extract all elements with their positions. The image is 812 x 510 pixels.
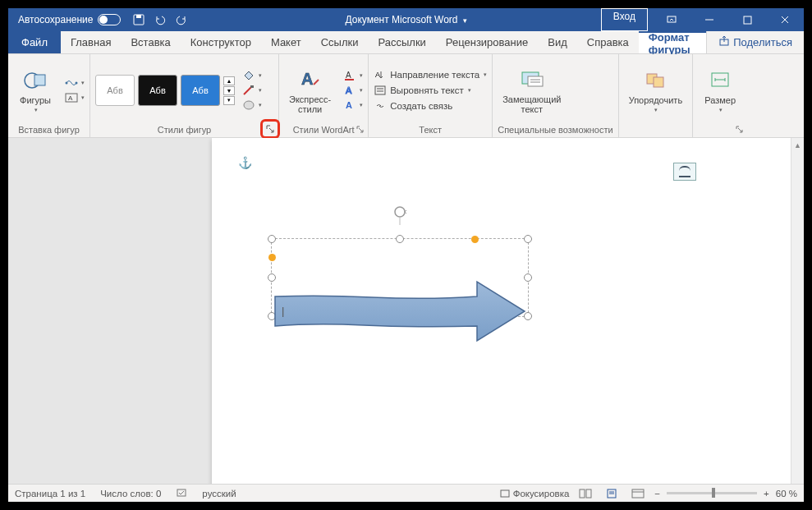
- minimize-icon[interactable]: [690, 8, 728, 31]
- text-fill-icon: A: [342, 69, 357, 82]
- tab-layout[interactable]: Макет: [261, 31, 311, 53]
- web-layout-icon[interactable]: [628, 487, 648, 500]
- autosave-toggle[interactable]: Автосохранение: [18, 14, 121, 25]
- rotate-handle-icon[interactable]: [392, 205, 407, 228]
- gallery-more-icon[interactable]: ▾: [223, 96, 235, 105]
- svg-rect-40: [632, 489, 644, 498]
- svg-point-9: [76, 82, 78, 85]
- layout-options-button[interactable]: [673, 163, 696, 181]
- ribbon-options-icon[interactable]: [653, 8, 690, 31]
- wordart-launcher[interactable]: [354, 123, 365, 135]
- resize-handle[interactable]: [524, 235, 532, 243]
- redo-icon[interactable]: [175, 13, 188, 26]
- page[interactable]: ⚓: [212, 138, 795, 484]
- focus-mode[interactable]: Фокусировка: [500, 489, 569, 499]
- wordart-icon: A: [297, 67, 323, 93]
- zoom-in-icon[interactable]: +: [764, 489, 769, 499]
- edit-shape-button[interactable]: ▾: [64, 76, 85, 90]
- svg-point-13: [244, 101, 254, 109]
- svg-rect-20: [375, 86, 385, 94]
- svg-rect-34: [501, 490, 509, 497]
- text-fill-button[interactable]: A▾: [342, 69, 363, 82]
- tab-insert[interactable]: Вставка: [121, 31, 180, 53]
- spellcheck-icon[interactable]: [176, 487, 187, 500]
- group-insert-shapes: Фигуры ▾ ▾ A▾ Вставка фигур: [8, 54, 90, 137]
- zoom-slider[interactable]: [667, 492, 757, 494]
- tab-home[interactable]: Главная: [61, 31, 121, 53]
- shape-style-gallery[interactable]: Абв Абв Абв ▲ ▼ ▾: [95, 75, 235, 106]
- style-preset-1[interactable]: Абв: [95, 75, 135, 106]
- page-indicator[interactable]: Страница 1 из 1: [15, 489, 85, 499]
- svg-rect-28: [654, 77, 663, 87]
- language-indicator[interactable]: русский: [202, 489, 236, 499]
- title-bar: Автосохранение Документ Microsoft Word▾ …: [8, 8, 804, 31]
- svg-point-30: [395, 207, 405, 217]
- tab-design[interactable]: Конструктор: [181, 31, 261, 53]
- gallery-up-icon[interactable]: ▲: [223, 76, 235, 85]
- read-mode-icon[interactable]: [576, 487, 595, 500]
- text-effects-button[interactable]: A▾: [342, 99, 363, 112]
- align-text-button[interactable]: Выровнять текст▾: [374, 84, 487, 97]
- svg-point-8: [66, 82, 68, 85]
- style-preset-2[interactable]: Абв: [138, 75, 177, 106]
- text-outline-button[interactable]: A▾: [342, 84, 363, 97]
- resize-handle[interactable]: [396, 235, 404, 243]
- shape-fill-button[interactable]: ▾: [241, 69, 262, 82]
- text-box-button[interactable]: A▾: [64, 91, 85, 104]
- wordart-quick-styles[interactable]: A Экспресс- стили: [284, 65, 336, 116]
- style-preset-3[interactable]: Абв: [181, 75, 220, 106]
- size-button[interactable]: Размер ▾: [698, 66, 742, 115]
- arrow-shape[interactable]: |: [273, 280, 528, 342]
- shape-effects-button[interactable]: ▾: [241, 99, 262, 112]
- login-button[interactable]: Вход: [601, 8, 648, 31]
- tab-review[interactable]: Рецензирование: [436, 31, 538, 53]
- shapes-button[interactable]: Фигуры ▾: [13, 66, 57, 115]
- document-area[interactable]: ⚓: [8, 138, 804, 484]
- share-icon: [718, 35, 730, 49]
- resize-handle[interactable]: [268, 235, 276, 243]
- text-direction-button[interactable]: AНаправление текста▾: [374, 68, 487, 81]
- shape-styles-launcher[interactable]: [260, 119, 280, 139]
- zoom-out-icon[interactable]: −: [654, 489, 660, 499]
- svg-rect-4: [744, 16, 751, 24]
- print-layout-icon[interactable]: [602, 487, 622, 500]
- undo-icon[interactable]: [154, 13, 167, 26]
- selected-shape[interactable]: |: [271, 212, 529, 319]
- adjust-handle[interactable]: [471, 236, 479, 243]
- save-icon[interactable]: [132, 13, 145, 26]
- group-label: Стили WordArt: [284, 123, 363, 137]
- tab-help[interactable]: Справка: [577, 31, 639, 53]
- create-link-button[interactable]: Создать связь: [374, 99, 487, 113]
- group-text: AНаправление текста▾ Выровнять текст▾ Со…: [369, 54, 493, 137]
- gallery-down-icon[interactable]: ▼: [223, 86, 235, 95]
- shape-outline-button[interactable]: ▾: [241, 84, 262, 97]
- adjust-handle[interactable]: [268, 254, 276, 261]
- close-icon[interactable]: [766, 8, 804, 31]
- toggle-switch[interactable]: [98, 14, 121, 25]
- word-count[interactable]: Число слов: 0: [100, 489, 161, 499]
- tab-view[interactable]: Вид: [538, 31, 577, 53]
- tab-file[interactable]: Файл: [8, 31, 61, 53]
- zoom-level[interactable]: 60 %: [776, 489, 797, 499]
- tab-references[interactable]: Ссылки: [311, 31, 369, 53]
- edit-shape-icon: [64, 76, 79, 90]
- svg-text:A: A: [346, 100, 352, 110]
- document-title[interactable]: Документ Microsoft Word▾: [345, 14, 466, 25]
- group-accessibility: Замещающий текст Специальные возможности: [493, 54, 618, 137]
- vertical-scrollbar[interactable]: ▲: [791, 138, 804, 484]
- anchor-icon[interactable]: ⚓: [238, 156, 252, 169]
- svg-text:A: A: [375, 71, 380, 79]
- group-wordart-styles: A Экспресс- стили A▾ A▾ A▾ Стили WordArt: [279, 54, 369, 137]
- group-label: Вставка фигур: [13, 123, 85, 137]
- text-outline-icon: A: [342, 84, 357, 97]
- maximize-icon[interactable]: [728, 8, 766, 31]
- ribbon: Фигуры ▾ ▾ A▾ Вставка фигур Абв Абв Абв …: [8, 54, 804, 138]
- autosave-label: Автосохранение: [18, 14, 93, 25]
- tab-shape-format[interactable]: Формат фигуры: [639, 31, 706, 53]
- share-button[interactable]: Поделиться: [706, 31, 804, 53]
- scroll-up-icon[interactable]: ▲: [793, 140, 802, 149]
- arrange-button[interactable]: Упорядочить ▾: [624, 66, 687, 115]
- size-launcher[interactable]: [733, 123, 745, 135]
- alt-text-button[interactable]: Замещающий текст: [498, 65, 566, 116]
- tab-mailings[interactable]: Рассылки: [368, 31, 435, 53]
